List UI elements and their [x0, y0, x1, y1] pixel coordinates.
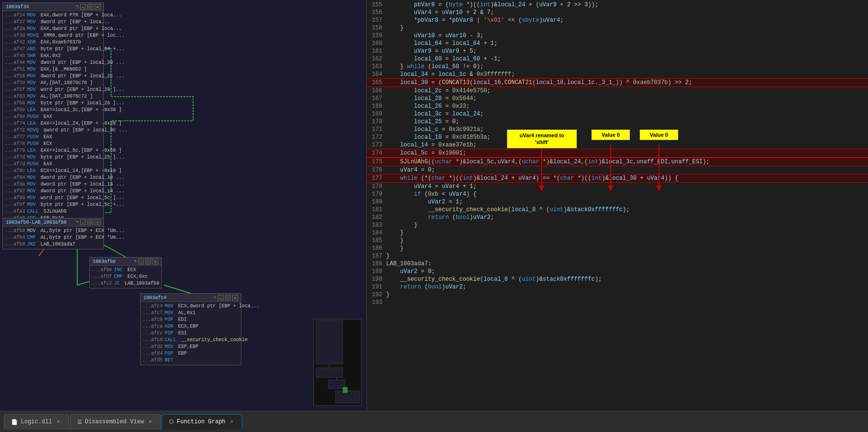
code-line-178[interactable]: 178 uVar4 = uVar4 + 1; — [367, 183, 868, 190]
code-line-187[interactable]: 187 } — [367, 252, 868, 260]
node-row: ...af63MOV AL,[DAT_10076c72 ] — [5, 93, 101, 100]
tab-logic-dll[interactable]: 📄 Logic.dll × — [4, 414, 69, 430]
node-close-btn[interactable]: × — [95, 4, 100, 10]
node-row: ...af24MOV EAX,dword PTR [EBP + loca... — [5, 12, 101, 19]
node-row: ...afd5RET — [142, 357, 239, 364]
svg-rect-6 — [328, 380, 345, 389]
node-row: ...af3dMOVQ XMM0,qword ptr [EBP + loc... — [5, 32, 101, 39]
tab-close-logic[interactable]: × — [55, 418, 62, 425]
main-area: 1003af34 ✎ — □ × ...af24MOV EAX,dword PT… — [0, 0, 868, 411]
code-line-170[interactable]: 170 local_25 = 0; — [367, 118, 868, 126]
code-line-167[interactable]: 167 local_28 = 0x5644; — [367, 95, 868, 102]
node-row: ...af56MOV dword ptr [EBP + local_2c ... — [5, 73, 101, 80]
code-line-168[interactable]: 168 local_26 = 0x33; — [367, 102, 868, 110]
code-line-160[interactable]: 160 local_64 = local_64 + 1; — [367, 40, 868, 47]
node-row: ...afccPOP ESI — [142, 330, 239, 337]
node-row: ...af68MOV byte ptr [EBP + local_26 ]... — [5, 100, 101, 107]
code-line-188[interactable]: 188 LAB_1003ada7: — [367, 260, 868, 268]
graph-node-1003afbe[interactable]: 1003afbe ✎ — □ × ...afbeINC ECX ...afbfC… — [89, 257, 162, 288]
node-row: ...afbeINC ECX — [92, 267, 159, 274]
code-line-174[interactable]: 174 local_5c = 0x10001; — [367, 149, 868, 158]
code-line-182[interactable]: 182 return (bool)uVar2; — [367, 214, 868, 221]
node-restore-btn-3[interactable]: □ — [145, 259, 151, 264]
node-content-1003afc4: ...afc4MOV ECX,dword ptr [EBP + loca... … — [140, 302, 241, 365]
graph-node-1003afc4[interactable]: 1003afc4 ✎ — □ × ...afc4MOV ECX,dword pt… — [140, 293, 241, 365]
node-row: ...af9fMOV byte ptr [EBP + local_5c +... — [5, 202, 101, 208]
node-restore-btn-4[interactable]: □ — [225, 295, 231, 301]
node-close-btn-3[interactable]: × — [153, 259, 158, 264]
node-row: ...af84MOV dword ptr [EBP + local_10 ... — [5, 174, 101, 181]
node-row: ...afc4MOV ECX,dword ptr [EBP + loca... — [142, 303, 239, 310]
svg-rect-4 — [316, 320, 343, 364]
code-line-164[interactable]: 164 local_34 = local_1c & 0x3fffffff; — [367, 71, 868, 78]
code-line-158[interactable]: 158 } — [367, 24, 868, 32]
node-row: ...afb8JNZ LAB_1003ada7 — [5, 241, 101, 248]
node-row: ...afcaXOR ECX,EBP — [142, 323, 239, 330]
node-row: ...af27MOV dword ptr [EBP + loca... — [5, 19, 101, 26]
tab-function-graph[interactable]: ⬡ Function Graph × — [162, 414, 242, 430]
code-line-184[interactable]: 184 } — [367, 229, 868, 237]
node-title-1003afb0: 1003afb0-LAB_1003afb0 — [6, 220, 67, 225]
code-line-156[interactable]: 156 uVar4 = uVar10 + 2 & 7; — [367, 9, 868, 16]
tab-bar: 📄 Logic.dll × ☰ Disassembled View × ⬡ Fu… — [0, 411, 868, 432]
code-line-186[interactable]: 186 } — [367, 245, 868, 252]
code-line-181[interactable]: 181 __security_check_cookie(local_8 ^ (u… — [367, 206, 868, 214]
code-line-157[interactable]: 157 *pbVar8 = *pbVar8 | '\x01' << (sbyte… — [367, 16, 868, 24]
graph-minimap[interactable] — [313, 319, 362, 406]
code-area[interactable]: uVar4 renamed to'shift' Value 0 Value 0 — [367, 0, 868, 411]
code-line-169[interactable]: 169 local_3c = local_24; — [367, 110, 868, 118]
code-line-159[interactable]: 159 uVar10 = uVar10 - 3; — [367, 32, 868, 40]
tab-close-funcgraph[interactable]: × — [228, 418, 235, 425]
tab-label-funcgraph: Function Graph — [177, 418, 225, 425]
node-minimize-btn-4[interactable]: — — [218, 295, 224, 301]
node-row: ...afc2JC LAB_1003afb0 — [92, 280, 159, 287]
node-row: ...af79LEA EAX=>local_5c,[EBP + -0x58 ] — [5, 147, 101, 154]
node-restore-btn[interactable]: □ — [87, 4, 93, 10]
tab-disassembled-view[interactable]: ☰ Disassembled View × — [70, 414, 161, 430]
node-icon-pencil: ✎ — [76, 4, 79, 10]
code-line-175[interactable]: 175 SJLnUAhG((uchar *)&local_5c,uVar4,(u… — [367, 158, 868, 166]
code-line-185[interactable]: 185 } — [367, 237, 868, 245]
code-line-180[interactable]: 180 uVar2 = 1; — [367, 198, 868, 206]
tab-icon-list: ☰ — [77, 419, 82, 425]
code-line-166[interactable]: 166 local_2c = 0x414e5750; — [367, 87, 868, 95]
code-line-191[interactable]: 191 return (bool)uVar2; — [367, 283, 868, 291]
code-line-179[interactable]: 179 if (0xb < uVar4) { — [367, 190, 868, 198]
node-close-btn-2[interactable]: × — [95, 219, 100, 225]
node-minimize-btn-2[interactable]: — — [80, 219, 86, 225]
code-line-177[interactable]: 177 while (*(char *)((int)&local_24 + uV… — [367, 174, 868, 183]
code-line-193[interactable]: 193 — [367, 299, 868, 306]
node-restore-btn-2[interactable]: □ — [87, 219, 93, 225]
code-line-161[interactable]: 161 uVar9 = uVar9 + 5; — [367, 47, 868, 55]
code-line-190[interactable]: 190 __security_check_cookie(local_8 ^ (u… — [367, 275, 868, 283]
node-minimize-btn[interactable]: — — [80, 4, 86, 10]
graph-node-1003afb0[interactable]: 1003afb0-LAB_1003afb0 ✎ — □ × ...afb0MOV… — [2, 218, 104, 249]
node-row: ...afb0MOV AL,byte ptr [EBP + ECX *Um... — [5, 228, 101, 234]
svg-rect-10 — [343, 387, 348, 393]
code-line-176[interactable]: 176 uVar4 = 0; — [367, 166, 868, 174]
node-title-1003af34: 1003af34 — [6, 4, 29, 10]
node-row: ...af7dPUSH EAX — [5, 161, 101, 168]
node-row: ...af47AND byte ptr [EBP + local_34 +... — [5, 46, 101, 53]
node-controls-4: ✎ — □ × — [214, 295, 238, 301]
node-row: ...afa3CALL SJLnUAhG — [5, 208, 101, 215]
code-line-162[interactable]: 162 local_60 = local_60 + -1; — [367, 55, 868, 63]
graph-node-1003af34[interactable]: 1003af34 ✎ — □ × ...af24MOV EAX,dword PT… — [2, 2, 104, 237]
node-close-btn-4[interactable]: × — [232, 295, 238, 301]
code-line-192[interactable]: 192 } — [367, 291, 868, 299]
node-row: ...af5fMOV word ptr [EBP + local_28 ]... — [5, 86, 101, 93]
tab-close-disasm[interactable]: × — [147, 418, 154, 425]
code-line-189[interactable]: 189 uVar2 = 0; — [367, 268, 868, 275]
node-content-1003afbe: ...afbeINC ECX ...afbfCMP ECX,0xc ...afc… — [90, 266, 161, 288]
node-controls-2: ✎ — □ × — [76, 219, 100, 225]
tab-label-logic: Logic.dll — [21, 418, 52, 425]
tab-label-disasm: Disassembled View — [85, 418, 144, 425]
node-row: ...af7dMOV byte ptr [EBP + local_25 ]... — [5, 154, 101, 161]
code-line-165[interactable]: 165 local_30 = (CONCAT13(local_16,CONCAT… — [367, 78, 868, 87]
node-title-1003afc4: 1003afc4 — [143, 295, 167, 301]
node-minimize-btn-3[interactable]: — — [138, 259, 144, 264]
code-line-183[interactable]: 183 } — [367, 221, 868, 229]
code-line-163[interactable]: 163 } while (local_60 != 0); — [367, 63, 868, 71]
code-line-173[interactable]: 173 local_14 = 0xaae37e1b; — [367, 141, 868, 149]
code-line-155[interactable]: 155 pbVar8 = (byte *)((int)&local_24 + (… — [367, 1, 868, 9]
